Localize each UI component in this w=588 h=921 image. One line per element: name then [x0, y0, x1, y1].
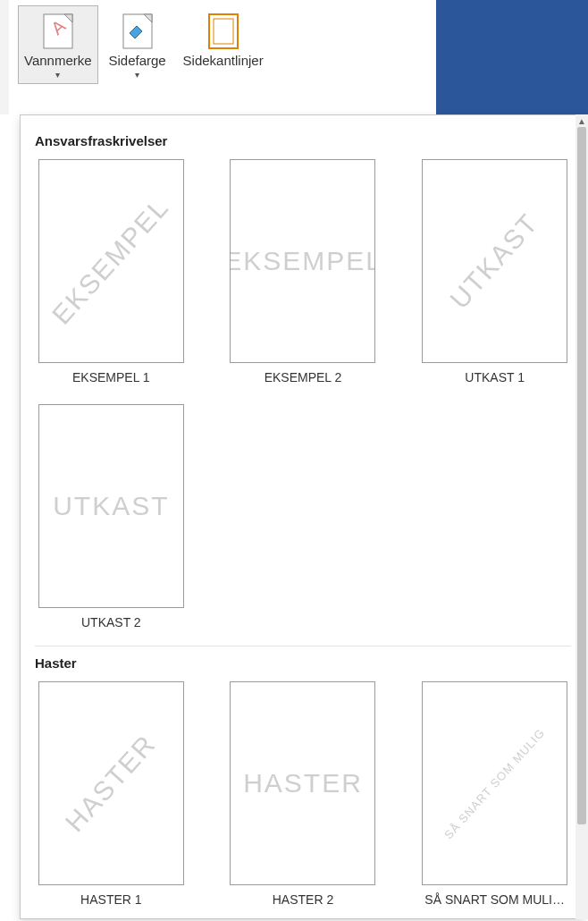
watermark-thumb: UTKAST — [38, 404, 184, 608]
watermark-thumb: HASTER — [230, 681, 375, 885]
watermark-preview-text: HASTER — [243, 768, 363, 798]
gallery-grid: HASTER HASTER 1 HASTER HASTER 2 SÅ SNART… — [35, 681, 571, 907]
watermark-label: Vannmerke — [24, 53, 92, 68]
watermark-option[interactable]: EKSEMPEL EKSEMPEL 1 — [35, 159, 188, 384]
watermark-caption: EKSEMPEL 2 — [265, 370, 342, 384]
watermark-button[interactable]: A Vannmerke ▾ — [18, 5, 98, 84]
watermark-preview-text: EKSEMPEL — [230, 246, 375, 276]
doc-edge — [0, 0, 9, 114]
watermark-preview-text: HASTER — [60, 729, 163, 838]
watermark-option[interactable]: HASTER HASTER 2 — [227, 681, 380, 907]
page-color-button[interactable]: Sidefarge ▾ — [98, 5, 177, 84]
page-color-label: Sidefarge — [108, 53, 165, 68]
watermark-option[interactable]: SÅ SNART SOM MULIG SÅ SNART SOM MULI… — [418, 681, 571, 907]
section-divider — [35, 646, 571, 646]
watermark-option[interactable]: EKSEMPEL EKSEMPEL 2 — [227, 159, 380, 384]
page-borders-icon — [208, 12, 239, 51]
scroll-up-icon[interactable]: ▲ — [577, 116, 586, 125]
watermark-thumb: UTKAST — [422, 159, 567, 363]
gallery-scroll-area[interactable]: Ansvarsfraskrivelser EKSEMPEL EKSEMPEL 1… — [21, 115, 584, 918]
watermark-caption: UTKAST 1 — [465, 370, 525, 384]
page-borders-button[interactable]: Sidekantlinjer — [177, 5, 270, 72]
watermark-preview-text: UTKAST — [444, 207, 544, 315]
gallery-grid: EKSEMPEL EKSEMPEL 1 EKSEMPEL EKSEMPEL 2 … — [35, 159, 571, 629]
watermark-thumb: EKSEMPEL — [230, 159, 375, 363]
watermark-caption: EKSEMPEL 1 — [72, 370, 150, 384]
scrollbar-thumb[interactable] — [577, 127, 586, 824]
watermark-option[interactable]: HASTER HASTER 1 — [35, 681, 188, 907]
title-bar-area — [436, 0, 588, 114]
watermark-icon: A — [43, 12, 73, 51]
watermark-option[interactable]: UTKAST UTKAST 2 — [35, 404, 188, 629]
watermark-option[interactable]: UTKAST UTKAST 1 — [418, 159, 571, 384]
watermark-caption: HASTER 2 — [273, 892, 333, 907]
watermark-gallery-panel: Ansvarsfraskrivelser EKSEMPEL EKSEMPEL 1… — [20, 114, 584, 919]
watermark-caption: HASTER 1 — [80, 892, 141, 907]
watermark-preview-text: SÅ SNART SOM MULIG — [441, 725, 548, 841]
chevron-down-icon: ▾ — [55, 70, 60, 80]
section-title: Haster — [35, 655, 571, 671]
watermark-preview-text: EKSEMPEL — [46, 192, 175, 331]
watermark-thumb: SÅ SNART SOM MULIG — [422, 681, 567, 885]
ribbon: A Vannmerke ▾ Sidefarge ▾ — [0, 0, 588, 114]
scrollbar[interactable]: ▲ — [575, 114, 588, 919]
watermark-thumb: HASTER — [38, 681, 184, 885]
watermark-preview-text: UTKAST — [53, 491, 169, 521]
section-title: Ansvarsfraskrivelser — [35, 133, 571, 148]
watermark-caption: SÅ SNART SOM MULI… — [424, 892, 565, 907]
page-borders-label: Sidekantlinjer — [183, 53, 264, 68]
page-color-icon — [122, 12, 153, 51]
watermark-caption: UTKAST 2 — [81, 615, 141, 629]
watermark-thumb: EKSEMPEL — [38, 159, 184, 363]
chevron-down-icon: ▾ — [135, 70, 139, 80]
